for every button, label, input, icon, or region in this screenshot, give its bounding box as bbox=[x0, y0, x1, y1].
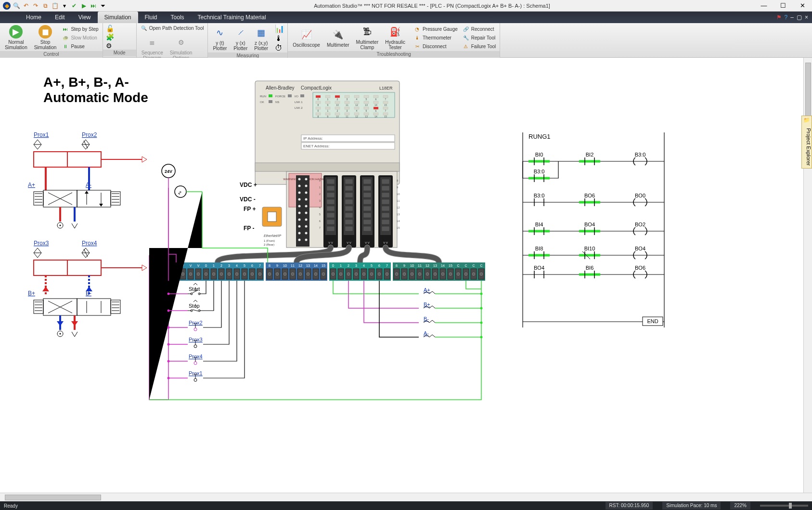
output-wiring[interactable]: A+B+B-A- bbox=[333, 281, 483, 339]
qat-paste-icon[interactable]: 📋 bbox=[51, 2, 59, 10]
mdi-max-icon[interactable]: ▢ bbox=[797, 14, 802, 21]
qat-check-icon[interactable]: ✔ bbox=[70, 2, 78, 10]
qat-redo-icon[interactable]: ↷ bbox=[32, 2, 39, 10]
multimeter-clamp-button[interactable]: 🗜Multimeter Clamp bbox=[354, 24, 381, 51]
svg-text:7: 7 bbox=[386, 264, 388, 267]
svg-point-153 bbox=[305, 219, 308, 221]
tab-tools[interactable]: Tools bbox=[164, 12, 191, 23]
tab-edit[interactable]: Edit bbox=[48, 12, 72, 23]
mode-icon-3[interactable]: ⚙ bbox=[106, 42, 114, 50]
multimeter-button[interactable]: 🔌Multimeter bbox=[325, 27, 351, 49]
svg-text:B3:0: B3:0 bbox=[635, 152, 646, 157]
qat-zoom-icon[interactable]: 🔍 bbox=[13, 2, 20, 10]
yt-plotter-button[interactable]: ∿y (t) Plotter bbox=[211, 25, 229, 52]
meas-icon-3[interactable]: ⏱ bbox=[275, 44, 284, 52]
step-by-step-button[interactable]: ⏭Step by Step bbox=[61, 25, 99, 33]
minimize-button[interactable]: — bbox=[754, 2, 773, 9]
svg-text:C: C bbox=[457, 264, 459, 267]
cylinder-a[interactable]: Prox1 Prox2 A+ A- bbox=[28, 131, 147, 228]
mode-icon-1[interactable]: 🔓 bbox=[106, 25, 114, 32]
svg-text:7: 7 bbox=[385, 109, 387, 112]
qat-next-icon[interactable]: ⏭ bbox=[90, 2, 97, 10]
meas-icon-2[interactable]: 🌡 bbox=[275, 34, 284, 43]
qat-more[interactable]: ⏷ bbox=[99, 2, 107, 10]
svg-text:8: 8 bbox=[396, 264, 398, 267]
svg-text:BO0: BO0 bbox=[635, 193, 645, 198]
svg-rect-200 bbox=[382, 186, 389, 191]
flag-icon[interactable]: ⚑ bbox=[776, 14, 782, 21]
tab-fluid[interactable]: Fluid bbox=[138, 12, 164, 23]
svg-point-151 bbox=[305, 212, 308, 214]
svg-rect-139 bbox=[296, 175, 309, 247]
tab-training[interactable]: Technical Training Material bbox=[191, 12, 273, 23]
slow-motion-button[interactable]: 🐢Slow Motion bbox=[61, 34, 99, 41]
maximize-button[interactable]: ☐ bbox=[773, 2, 793, 9]
svg-text:3: 3 bbox=[355, 264, 357, 267]
qat-copy-icon[interactable]: ⧉ bbox=[41, 2, 49, 10]
svg-text:10: 10 bbox=[410, 264, 414, 267]
pause-button[interactable]: ⏸Pause bbox=[61, 42, 99, 50]
qat-undo-icon[interactable]: ↶ bbox=[22, 2, 30, 10]
svg-text:VDC -: VDC - bbox=[240, 196, 256, 203]
svg-text:13: 13 bbox=[365, 115, 368, 118]
svg-rect-173 bbox=[327, 226, 335, 231]
power-supply[interactable]: 24V ∿ bbox=[162, 164, 202, 197]
svg-point-421 bbox=[194, 362, 197, 365]
svg-text:END: END bbox=[647, 318, 658, 324]
svg-rect-206 bbox=[382, 226, 389, 231]
svg-text:9: 9 bbox=[327, 104, 329, 106]
workspace[interactable]: Project Explorer A+, B+, B-, A- Automati… bbox=[0, 58, 812, 493]
svg-point-152 bbox=[298, 219, 301, 221]
disconnect-button[interactable]: ✂Disconnect bbox=[413, 42, 459, 50]
svg-rect-177 bbox=[345, 179, 353, 184]
svg-text:4: 4 bbox=[356, 98, 358, 101]
svg-text:6: 6 bbox=[378, 264, 380, 267]
diagram-canvas[interactable]: A+, B+, B-, A- Automatic Mode Prox1 Prox… bbox=[0, 58, 812, 493]
tab-view[interactable]: View bbox=[72, 12, 98, 23]
svg-text:Allen-Bradley: Allen-Bradley bbox=[266, 85, 294, 91]
mode-icon-2[interactable]: 🧩 bbox=[106, 33, 114, 41]
svg-rect-172 bbox=[327, 220, 335, 224]
svg-rect-188 bbox=[363, 179, 371, 184]
label-b-plus: B+ bbox=[28, 290, 35, 297]
yx-plotter-button[interactable]: ⟋y (x) Plotter bbox=[232, 25, 249, 52]
thermometer-button[interactable]: 🌡Thermometer bbox=[413, 34, 459, 41]
zxy-plotter-button[interactable]: ▦z (x,y) Plotter bbox=[252, 25, 270, 52]
plc-module[interactable]: Allen-Bradley CompactLogix L18ER RUN FOR… bbox=[218, 81, 439, 262]
cylinder-b[interactable]: Prox3 Prox4 B+ B- bbox=[28, 240, 147, 337]
normal-simulation-button[interactable]: ▶ Normal Simulation bbox=[3, 24, 29, 51]
label-b-minus: B- bbox=[86, 290, 91, 297]
mdi-close-icon[interactable]: × bbox=[805, 14, 808, 21]
zoom-slider[interactable] bbox=[760, 505, 808, 507]
stop-simulation-button[interactable]: ◼ Stop Simulation bbox=[32, 24, 59, 51]
svg-text:V  V: V V bbox=[383, 241, 388, 244]
open-path-button[interactable]: 🔍Open Path Detection Tool bbox=[140, 24, 205, 32]
svg-rect-192 bbox=[363, 206, 371, 211]
oscilloscope-button[interactable]: 📈Oscilloscope bbox=[291, 27, 322, 49]
repair-tool-button[interactable]: 🔧Repair Tool bbox=[462, 34, 497, 41]
tab-home[interactable]: Home bbox=[19, 12, 48, 23]
terminal-strips[interactable]: VVVV012345678910111213141501234567891011… bbox=[171, 262, 485, 281]
horizontal-scrollbar[interactable] bbox=[0, 493, 812, 501]
failure-tool-button[interactable]: ⚠Failure Tool bbox=[462, 42, 497, 50]
reconnect-button[interactable]: 🔗Reconnect bbox=[462, 25, 497, 33]
svg-rect-189 bbox=[363, 186, 371, 191]
pressure-gauge-button[interactable]: ◔Pressure Gauge bbox=[413, 25, 459, 33]
svg-text:6: 6 bbox=[375, 109, 377, 112]
hydraulic-tester-button[interactable]: ⛽Hydraulic Tester bbox=[383, 24, 407, 51]
tab-simulation[interactable]: Simulation bbox=[98, 12, 138, 23]
meas-icon-1[interactable]: 📊 bbox=[275, 24, 284, 33]
svg-point-156 bbox=[298, 232, 301, 235]
ladder-diagram[interactable]: RUNG1 BI0BI2B3:0B3:0B3:0BO6BO0BI4BO4BO2B… bbox=[523, 132, 664, 327]
help-icon[interactable]: ? bbox=[785, 14, 788, 21]
svg-text:14: 14 bbox=[374, 104, 377, 106]
svg-text:LNK 2: LNK 2 bbox=[295, 106, 303, 109]
mdi-min-icon[interactable]: – bbox=[790, 14, 794, 21]
qat-play-icon[interactable]: ▶ bbox=[80, 2, 88, 10]
label-prox3: Prox3 bbox=[34, 240, 49, 247]
ribbon-label-troubleshooting: Troubleshooting bbox=[288, 51, 500, 58]
svg-text:V  V: V V bbox=[365, 241, 370, 244]
svg-text:5: 5 bbox=[244, 264, 245, 267]
close-button[interactable]: ✕ bbox=[793, 2, 812, 9]
svg-rect-167 bbox=[327, 186, 335, 191]
